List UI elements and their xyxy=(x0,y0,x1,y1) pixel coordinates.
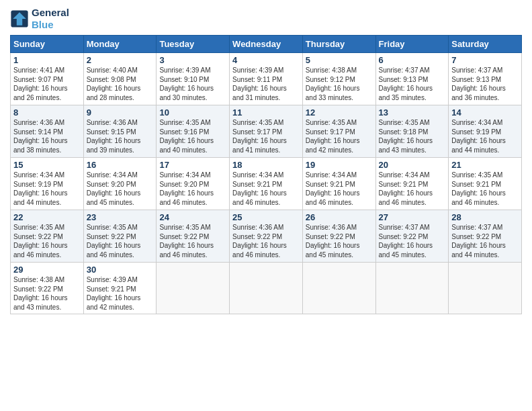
day-number: 29 xyxy=(13,265,81,275)
calendar-cell: 2Sunrise: 4:40 AMSunset: 9:08 PMDaylight… xyxy=(83,53,157,105)
calendar-header-thursday: Thursday xyxy=(302,36,375,53)
calendar-cell: 8Sunrise: 4:36 AMSunset: 9:14 PMDaylight… xyxy=(11,105,84,158)
calendar-cell: 7Sunrise: 4:37 AMSunset: 9:13 PMDaylight… xyxy=(449,53,522,105)
day-number: 16 xyxy=(87,160,154,170)
day-number: 22 xyxy=(13,212,81,222)
calendar-cell: 14Sunrise: 4:34 AMSunset: 9:19 PMDayligh… xyxy=(449,105,522,158)
day-number: 5 xyxy=(306,55,373,65)
day-number: 21 xyxy=(451,160,519,170)
logo-text: General Blue xyxy=(32,7,69,31)
calendar-cell: 27Sunrise: 4:37 AMSunset: 9:22 PMDayligh… xyxy=(375,210,449,263)
day-info: Sunrise: 4:36 AMSunset: 9:22 PMDaylight:… xyxy=(232,223,300,259)
day-info: Sunrise: 4:35 AMSunset: 9:21 PMDaylight:… xyxy=(451,171,519,207)
calendar-cell: 4Sunrise: 4:39 AMSunset: 9:11 PMDaylight… xyxy=(230,53,303,105)
calendar-cell: 5Sunrise: 4:38 AMSunset: 9:12 PMDaylight… xyxy=(302,53,375,105)
day-number: 4 xyxy=(232,55,300,65)
day-number: 12 xyxy=(306,107,373,118)
day-number: 20 xyxy=(379,160,446,170)
calendar-cell: 17Sunrise: 4:34 AMSunset: 9:20 PMDayligh… xyxy=(157,158,230,210)
day-info: Sunrise: 4:34 AMSunset: 9:21 PMDaylight:… xyxy=(306,171,373,207)
calendar-cell: 29Sunrise: 4:38 AMSunset: 9:22 PMDayligh… xyxy=(11,263,84,314)
day-number: 9 xyxy=(87,107,154,118)
day-number: 28 xyxy=(451,212,519,222)
day-info: Sunrise: 4:39 AMSunset: 9:10 PMDaylight:… xyxy=(159,66,226,102)
day-info: Sunrise: 4:34 AMSunset: 9:21 PMDaylight:… xyxy=(232,171,300,207)
day-number: 15 xyxy=(13,160,81,170)
calendar-cell xyxy=(230,263,303,314)
day-number: 19 xyxy=(306,160,373,170)
calendar-cell xyxy=(157,263,230,314)
calendar-week-row: 22Sunrise: 4:35 AMSunset: 9:22 PMDayligh… xyxy=(11,210,522,263)
calendar-week-row: 15Sunrise: 4:34 AMSunset: 9:19 PMDayligh… xyxy=(11,158,522,210)
calendar-header-sunday: Sunday xyxy=(11,36,84,53)
day-number: 10 xyxy=(159,107,226,118)
logo-line1: General xyxy=(32,7,69,19)
day-info: Sunrise: 4:35 AMSunset: 9:22 PMDaylight:… xyxy=(87,223,154,259)
day-info: Sunrise: 4:40 AMSunset: 9:08 PMDaylight:… xyxy=(87,66,154,102)
day-info: Sunrise: 4:38 AMSunset: 9:22 PMDaylight:… xyxy=(13,275,81,312)
day-number: 27 xyxy=(379,212,446,222)
calendar-cell: 24Sunrise: 4:35 AMSunset: 9:22 PMDayligh… xyxy=(157,210,230,263)
logo: General Blue xyxy=(10,7,69,31)
day-info: Sunrise: 4:34 AMSunset: 9:20 PMDaylight:… xyxy=(87,171,154,207)
calendar-header-monday: Monday xyxy=(83,36,157,53)
day-number: 26 xyxy=(306,212,373,222)
day-info: Sunrise: 4:39 AMSunset: 9:11 PMDaylight:… xyxy=(232,66,300,102)
calendar-header-friday: Friday xyxy=(375,36,449,53)
calendar-header-tuesday: Tuesday xyxy=(157,36,230,53)
day-number: 14 xyxy=(451,107,519,118)
day-number: 17 xyxy=(159,160,226,170)
calendar-cell: 23Sunrise: 4:35 AMSunset: 9:22 PMDayligh… xyxy=(83,210,157,263)
day-info: Sunrise: 4:37 AMSunset: 9:22 PMDaylight:… xyxy=(451,223,519,259)
calendar-cell xyxy=(302,263,375,314)
day-number: 1 xyxy=(13,55,81,65)
calendar-cell: 20Sunrise: 4:34 AMSunset: 9:21 PMDayligh… xyxy=(375,158,449,210)
header: General Blue xyxy=(10,7,522,31)
calendar-week-row: 8Sunrise: 4:36 AMSunset: 9:14 PMDaylight… xyxy=(11,105,522,158)
calendar-cell: 26Sunrise: 4:36 AMSunset: 9:22 PMDayligh… xyxy=(302,210,375,263)
day-info: Sunrise: 4:35 AMSunset: 9:16 PMDaylight:… xyxy=(159,118,226,154)
day-info: Sunrise: 4:36 AMSunset: 9:14 PMDaylight:… xyxy=(13,118,81,154)
day-info: Sunrise: 4:36 AMSunset: 9:15 PMDaylight:… xyxy=(87,118,154,154)
day-number: 11 xyxy=(232,107,300,118)
day-info: Sunrise: 4:36 AMSunset: 9:22 PMDaylight:… xyxy=(306,223,373,259)
calendar-cell: 22Sunrise: 4:35 AMSunset: 9:22 PMDayligh… xyxy=(11,210,84,263)
day-number: 2 xyxy=(87,55,154,65)
page: General Blue SundayMondayTuesdayWednesda… xyxy=(0,0,532,411)
day-info: Sunrise: 4:35 AMSunset: 9:22 PMDaylight:… xyxy=(13,223,81,259)
calendar-cell: 21Sunrise: 4:35 AMSunset: 9:21 PMDayligh… xyxy=(449,158,522,210)
day-number: 30 xyxy=(87,265,154,275)
day-info: Sunrise: 4:39 AMSunset: 9:21 PMDaylight:… xyxy=(87,275,154,312)
day-number: 3 xyxy=(159,55,226,65)
day-info: Sunrise: 4:37 AMSunset: 9:13 PMDaylight:… xyxy=(451,66,519,102)
day-number: 25 xyxy=(232,212,300,222)
calendar-cell: 25Sunrise: 4:36 AMSunset: 9:22 PMDayligh… xyxy=(230,210,303,263)
calendar-week-row: 29Sunrise: 4:38 AMSunset: 9:22 PMDayligh… xyxy=(11,263,522,314)
day-info: Sunrise: 4:35 AMSunset: 9:18 PMDaylight:… xyxy=(379,118,446,154)
day-number: 7 xyxy=(451,55,519,65)
calendar-cell: 18Sunrise: 4:34 AMSunset: 9:21 PMDayligh… xyxy=(230,158,303,210)
day-info: Sunrise: 4:35 AMSunset: 9:17 PMDaylight:… xyxy=(306,118,373,154)
calendar-header-row: SundayMondayTuesdayWednesdayThursdayFrid… xyxy=(11,36,522,53)
calendar-cell: 13Sunrise: 4:35 AMSunset: 9:18 PMDayligh… xyxy=(375,105,449,158)
day-info: Sunrise: 4:34 AMSunset: 9:21 PMDaylight:… xyxy=(379,171,446,207)
day-number: 23 xyxy=(87,212,154,222)
day-number: 6 xyxy=(379,55,446,65)
day-info: Sunrise: 4:35 AMSunset: 9:17 PMDaylight:… xyxy=(232,118,300,154)
day-info: Sunrise: 4:41 AMSunset: 9:07 PMDaylight:… xyxy=(13,66,81,102)
calendar-header-wednesday: Wednesday xyxy=(230,36,303,53)
calendar-cell: 30Sunrise: 4:39 AMSunset: 9:21 PMDayligh… xyxy=(83,263,157,314)
day-number: 13 xyxy=(379,107,446,118)
calendar-cell: 12Sunrise: 4:35 AMSunset: 9:17 PMDayligh… xyxy=(302,105,375,158)
calendar-cell: 28Sunrise: 4:37 AMSunset: 9:22 PMDayligh… xyxy=(449,210,522,263)
day-info: Sunrise: 4:34 AMSunset: 9:19 PMDaylight:… xyxy=(13,171,81,207)
calendar-cell: 1Sunrise: 4:41 AMSunset: 9:07 PMDaylight… xyxy=(11,53,84,105)
calendar-table: SundayMondayTuesdayWednesdayThursdayFrid… xyxy=(10,35,522,314)
logo-line2: Blue xyxy=(32,19,69,31)
calendar-week-row: 1Sunrise: 4:41 AMSunset: 9:07 PMDaylight… xyxy=(11,53,522,105)
day-info: Sunrise: 4:37 AMSunset: 9:13 PMDaylight:… xyxy=(379,66,446,102)
calendar-cell: 10Sunrise: 4:35 AMSunset: 9:16 PMDayligh… xyxy=(157,105,230,158)
day-number: 18 xyxy=(232,160,300,170)
day-info: Sunrise: 4:38 AMSunset: 9:12 PMDaylight:… xyxy=(306,66,373,102)
calendar-cell: 16Sunrise: 4:34 AMSunset: 9:20 PMDayligh… xyxy=(83,158,157,210)
